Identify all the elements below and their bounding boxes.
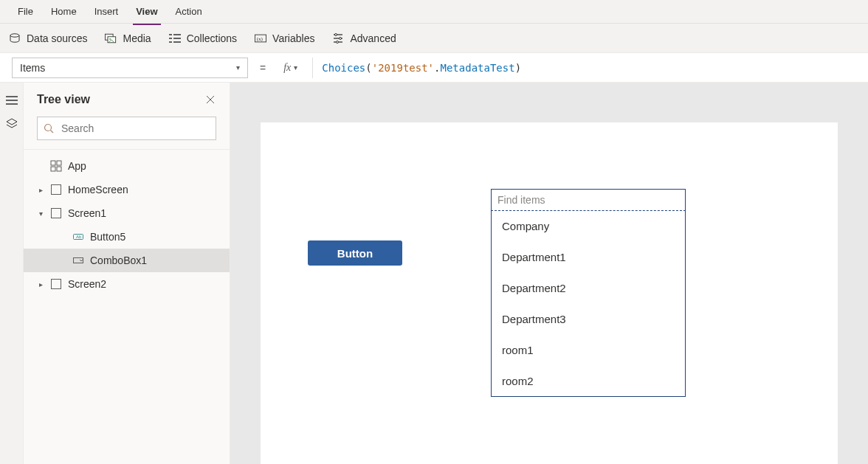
combobox-item[interactable]: room2 [492,365,685,396]
tree-item-screen2[interactable]: ▸Screen2 [24,272,230,296]
tool-variables-label: Variables [272,32,314,44]
tree-item-screen1[interactable]: ▾Screen1 [24,201,230,225]
tool-data-sources[interactable]: Data sources [9,32,87,44]
chevron-down-icon: ▾ [294,63,297,72]
svg-rect-27 [51,167,55,171]
svg-rect-28 [57,167,61,171]
screen-canvas[interactable]: Button Find items CompanyDepartment1Depa… [261,122,838,464]
formula-token-close: ) [515,62,521,74]
advanced-icon [332,32,344,44]
menu-action[interactable]: Action [167,3,211,20]
combobox-item[interactable]: Department1 [492,241,685,272]
combobox-item[interactable]: Company [492,210,685,241]
svg-point-17 [337,41,339,43]
tool-collections-label: Collections [187,32,237,44]
left-rail [0,83,24,464]
combobox-item[interactable]: Department3 [492,303,685,334]
tree-item-combobox1[interactable]: ComboBox1 [24,249,230,272]
combobox-search[interactable]: Find items [491,189,686,211]
svg-text:(x): (x) [257,35,264,41]
menu-bar: File Home Insert View Action [0,0,868,24]
tree-search-input[interactable] [60,122,210,135]
body: Tree view •App▸HomeScreen▾Screen1AbButto… [0,83,868,464]
menu-insert[interactable]: Insert [86,3,128,20]
formula-token-fn: Choices [322,62,365,74]
formula-bar: Items ▾ = fx ▾ Choices('2019test'.Metada… [0,53,868,83]
tree-view-header: Tree view [24,83,230,114]
tree-item-label: HomeScreen [68,184,128,195]
expander-icon[interactable]: ▸ [37,280,44,288]
tree-item-label: Screen2 [68,278,106,290]
screen-icon [50,184,62,195]
tool-media[interactable]: Media [105,32,151,44]
tree-item-app[interactable]: •App [24,154,230,178]
tool-collections[interactable]: Collections [169,32,237,44]
svg-rect-30 [52,209,61,218]
tree-view-panel: Tree view •App▸HomeScreen▾Screen1AbButto… [24,83,230,464]
data-sources-icon [9,32,21,44]
hamburger-icon[interactable] [6,94,18,106]
property-selector[interactable]: Items ▾ [12,58,248,78]
fx-label: fx [283,62,291,74]
combobox-popup: Find items CompanyDepartment1Department2… [491,189,686,397]
tree-item-label: App [68,160,86,172]
screen-icon [50,278,62,290]
close-icon[interactable] [204,94,216,105]
formula-token-prop: MetadataTest [440,62,514,74]
collections-icon [169,32,181,44]
formula-token-open: ( [365,62,371,74]
tool-variables[interactable]: (x) Variables [255,32,314,44]
tree-view-title: Tree view [37,93,90,106]
svg-point-15 [340,37,342,39]
menu-home[interactable]: Home [42,3,86,20]
property-selector-label: Items [20,62,45,74]
menu-view[interactable]: View [127,3,166,20]
screen-icon [50,207,62,219]
expander-icon[interactable]: ▾ [37,210,44,218]
expander-icon[interactable]: ▸ [37,186,44,194]
svg-point-13 [335,33,337,35]
tool-data-sources-label: Data sources [27,32,87,44]
combobox-list: CompanyDepartment1Department2Department3… [492,210,685,396]
button-icon: Ab [72,231,84,243]
tree-item-homescreen[interactable]: ▸HomeScreen [24,178,230,201]
formula-input[interactable]: Choices('2019test'.MetadataTest) [312,58,856,78]
combobox-icon [72,254,84,266]
tree-list: •App▸HomeScreen▾Screen1AbButton5ComboBox… [24,150,230,464]
tree-item-label: ComboBox1 [90,254,147,266]
svg-line-24 [51,131,54,134]
tree-item-label: Button5 [90,231,125,243]
tool-advanced-label: Advanced [350,32,396,44]
variables-icon: (x) [255,32,266,44]
svg-point-3 [110,38,111,40]
equals-sign: = [257,62,269,74]
tree-item-label: Screen1 [68,207,106,219]
button-control[interactable]: Button [308,240,402,266]
layers-icon[interactable] [6,118,18,130]
combobox-item[interactable]: room1 [492,334,685,365]
menu-file[interactable]: File [9,3,42,20]
media-icon [105,32,117,44]
app-icon [50,160,62,172]
formula-token-dot: . [434,62,440,74]
svg-rect-29 [52,185,61,195]
svg-text:Ab: Ab [76,235,82,239]
search-icon [44,123,54,134]
tree-item-button5[interactable]: AbButton5 [24,225,230,249]
svg-rect-25 [51,161,55,165]
tool-advanced[interactable]: Advanced [332,32,396,44]
canvas-area: Button Find items CompanyDepartment1Depa… [230,83,868,464]
combobox-item[interactable]: Department2 [492,272,685,303]
view-toolbar: Data sources Media Collections (x) Varia… [0,24,868,53]
svg-point-23 [45,125,52,131]
svg-rect-26 [57,161,61,165]
svg-rect-34 [52,280,61,289]
fx-button[interactable]: fx ▾ [278,62,303,74]
svg-point-0 [10,33,19,36]
tool-media-label: Media [123,32,151,44]
tree-search[interactable] [37,117,216,140]
chevron-down-icon: ▾ [236,63,240,72]
formula-token-str: '2019test' [372,62,434,74]
